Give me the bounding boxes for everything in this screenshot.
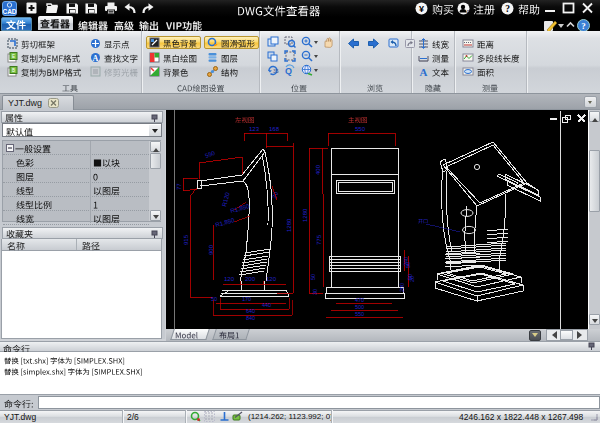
svg-text:R1,850: R1,850 (215, 217, 236, 228)
svg-text:550: 550 (355, 311, 364, 317)
svg-text:¥: ¥ (419, 4, 424, 14)
svg-text:200: 200 (245, 276, 256, 282)
svg-text:A: A (420, 66, 428, 77)
svg-text:775: 775 (316, 234, 322, 245)
svg-text:550: 550 (355, 126, 366, 132)
svg-text:R120: R120 (221, 191, 231, 207)
svg-text:470: 470 (355, 297, 364, 303)
svg-text:E: E (12, 54, 15, 59)
svg-text:R1,850: R1,850 (230, 203, 251, 214)
svg-text:168: 168 (269, 126, 280, 132)
svg-text:CAD: CAD (2, 8, 16, 15)
svg-text:35: 35 (273, 68, 279, 74)
svg-text:500: 500 (355, 304, 364, 310)
svg-text:200: 200 (399, 283, 405, 292)
svg-text:840: 840 (246, 315, 255, 321)
svg-text:A: A (93, 54, 99, 63)
svg-text:170: 170 (242, 296, 251, 302)
svg-text:1280: 1280 (302, 208, 308, 222)
svg-text:50: 50 (310, 274, 316, 280)
svg-text:120: 120 (224, 276, 235, 282)
svg-text:123: 123 (249, 126, 260, 132)
svg-text:915: 915 (183, 234, 189, 245)
svg-text:50: 50 (405, 262, 411, 268)
svg-text:B: B (12, 68, 15, 73)
svg-text:550: 550 (204, 150, 216, 159)
svg-text:30: 30 (312, 289, 318, 295)
svg-text:50: 50 (211, 296, 217, 302)
svg-text:1280: 1280 (286, 218, 292, 232)
svg-text:?: ? (505, 4, 510, 14)
svg-text:77: 77 (176, 183, 182, 190)
svg-text:20: 20 (409, 276, 415, 282)
svg-text:640: 640 (246, 308, 255, 314)
svg-text:120: 120 (266, 276, 277, 282)
svg-text:400: 400 (315, 164, 321, 175)
svg-text:?: ? (581, 21, 586, 31)
svg-text:o: o (467, 8, 470, 14)
svg-text:900: 900 (208, 244, 214, 255)
svg-text:440: 440 (262, 302, 271, 308)
